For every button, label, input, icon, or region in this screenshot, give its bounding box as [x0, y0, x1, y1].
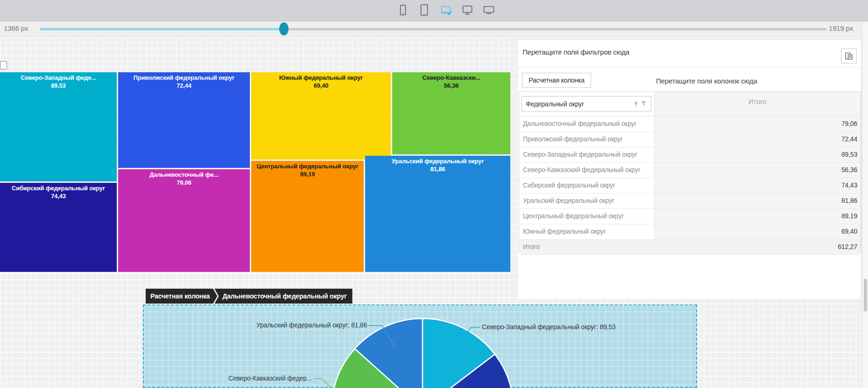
pie-callout-label: Уральский федеральный округ: 81,86	[256, 321, 367, 329]
row-field-label: Федеральный округ	[526, 100, 634, 108]
field-chooser-button[interactable]	[841, 48, 857, 63]
phone-icon[interactable]	[397, 3, 409, 18]
pie-callout-label: Северо-Кавказский федер...	[228, 374, 312, 382]
sort-up-arrow-icon[interactable]	[634, 101, 638, 107]
breadcrumb-item[interactable]: Дальневосточный федеральный округ	[214, 289, 352, 304]
treemap-tile[interactable]: Уральский федеральный округ81,86	[365, 156, 510, 272]
scrollbar-thumb[interactable]	[864, 279, 867, 312]
treemap-tile[interactable]: Сибирский федеральный округ74,43	[0, 183, 117, 272]
pivot-row[interactable]: Сибирский федеральный округ74,43	[519, 178, 861, 194]
slider-max-label: 1919 px	[829, 24, 853, 32]
treemap-tile[interactable]: Северо-Западный феде...89,53	[0, 72, 117, 181]
treemap-tile[interactable]: Дальневосточный фе...79,06	[118, 169, 250, 272]
pivot-row[interactable]: Приволжский федеральный округ72,44	[519, 132, 861, 147]
pivot-table: Федеральный округ Итого Дальневосточный …	[519, 91, 861, 252]
total-row-label: Итого	[523, 240, 540, 254]
pivot-row[interactable]: Северо-Кавказский федеральный округ56,36	[519, 163, 861, 178]
laptop-icon[interactable]	[440, 3, 452, 18]
pivot-row[interactable]: Южный федеральный округ69,40	[519, 224, 861, 240]
pivot-field-panel: Перетащите поля фильтров сюда Расчетная …	[517, 39, 861, 300]
treemap-tile[interactable]: Приволжский федеральный округ72,44	[118, 72, 250, 168]
tablet-icon[interactable]	[418, 3, 430, 18]
pie-callout-label: Северо-Западный федеральный округ: 89,53	[482, 323, 615, 331]
treemap-tile[interactable]: Центральный федеральный округ89,19	[251, 161, 364, 272]
field-chooser-icon	[845, 52, 853, 60]
row-field-chip[interactable]: Федеральный округ	[522, 96, 651, 111]
pivot-total-row: Итого 612,27	[519, 240, 861, 255]
slider-thumb[interactable]	[279, 22, 289, 35]
breadcrumb: Расчетная колонка Дальневосточный федера…	[146, 289, 353, 304]
width-slider-bar: 1366 px 1919 px	[0, 21, 868, 37]
pivot-rows: Дальневосточный федеральный округ79,06Пр…	[519, 117, 861, 240]
treemap-tile[interactable]: Южный федеральный округ69,40	[251, 72, 391, 159]
pivot-row[interactable]: Уральский федеральный округ81,86	[519, 194, 861, 209]
widescreen-monitor-icon[interactable]	[483, 3, 495, 18]
funnel-icon[interactable]	[640, 101, 647, 107]
breadcrumb-item[interactable]: Расчетная колонка	[146, 289, 217, 304]
pivot-header: Федеральный округ Итого	[519, 92, 861, 117]
panel-separator	[518, 67, 861, 68]
pie-widget-selection[interactable]	[143, 305, 697, 388]
slider-min-label: 1366 px	[4, 24, 28, 32]
pivot-row[interactable]: Северо-Западный федеральный округ89,53	[519, 147, 861, 163]
pivot-row[interactable]: Центральный федеральный округ89,19	[519, 209, 861, 224]
widget-resize-handle[interactable]	[0, 61, 7, 69]
slider-track[interactable]	[40, 28, 827, 30]
filter-area-hint: Перетащите поля фильтров сюда	[522, 48, 629, 56]
treemap-tile[interactable]: Северо-Кавказски...56,36	[392, 72, 510, 154]
desktop-monitor-icon[interactable]	[461, 3, 473, 18]
data-field-chip[interactable]: Расчетная колонка	[522, 73, 591, 88]
total-row-value: 612,27	[838, 240, 857, 254]
pivot-row[interactable]: Дальневосточный федеральный округ79,06	[519, 117, 861, 132]
device-switcher	[397, 3, 495, 18]
slider-fill	[40, 28, 284, 30]
columns-area-hint: Перетащите поля колонок сюда	[656, 77, 757, 85]
vertical-scrollbar[interactable]	[862, 21, 868, 388]
device-preview-bar	[0, 0, 868, 21]
